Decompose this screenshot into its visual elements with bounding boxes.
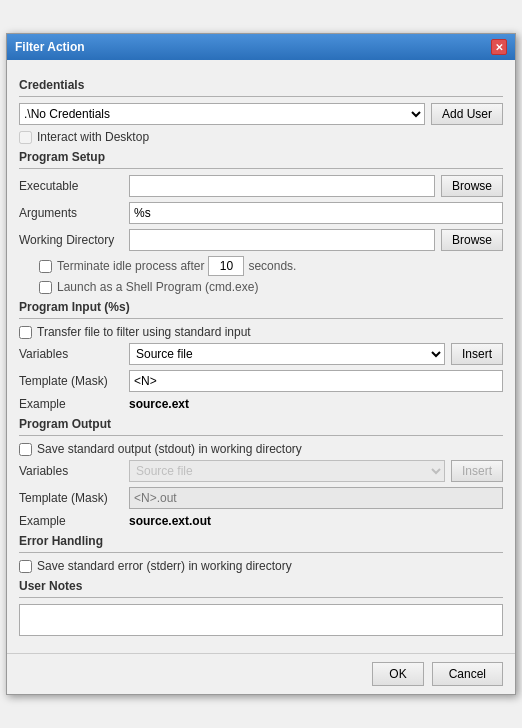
input-example-row: Example source.ext	[19, 397, 503, 411]
credentials-dropdown[interactable]: .\No Credentials	[19, 103, 425, 125]
program-output-divider	[19, 435, 503, 436]
output-example-row: Example source.ext.out	[19, 514, 503, 528]
program-input-section-label: Program Input (%s)	[19, 300, 503, 314]
interact-desktop-label: Interact with Desktop	[37, 130, 149, 144]
credentials-divider	[19, 96, 503, 97]
close-button[interactable]: ✕	[491, 39, 507, 55]
input-example-value: source.ext	[129, 397, 189, 411]
dialog-title: Filter Action	[15, 40, 85, 54]
terminate-row: Terminate idle process after seconds.	[39, 256, 503, 276]
output-example-label: Example	[19, 514, 129, 528]
credentials-row: .\No Credentials Add User	[19, 103, 503, 125]
output-variables-label: Variables	[19, 464, 129, 478]
input-insert-button[interactable]: Insert	[451, 343, 503, 365]
close-icon: ✕	[495, 42, 503, 53]
save-stdout-checkbox[interactable]	[19, 443, 32, 456]
output-template-input[interactable]	[129, 487, 503, 509]
output-insert-button[interactable]: Insert	[451, 460, 503, 482]
executable-label: Executable	[19, 179, 129, 193]
error-handling-divider	[19, 552, 503, 553]
program-input-divider	[19, 318, 503, 319]
input-example-label: Example	[19, 397, 129, 411]
browse-executable-button[interactable]: Browse	[441, 175, 503, 197]
user-notes-section-label: User Notes	[19, 579, 503, 593]
browse-working-dir-button[interactable]: Browse	[441, 229, 503, 251]
terminate-seconds-input[interactable]	[208, 256, 244, 276]
arguments-row: Arguments	[19, 202, 503, 224]
program-setup-section-label: Program Setup	[19, 150, 503, 164]
program-setup-divider	[19, 168, 503, 169]
transfer-file-row: Transfer file to filter using standard i…	[19, 325, 503, 339]
ok-button[interactable]: OK	[372, 662, 423, 686]
output-template-label: Template (Mask)	[19, 491, 129, 505]
transfer-file-checkbox[interactable]	[19, 326, 32, 339]
input-template-row: Template (Mask)	[19, 370, 503, 392]
input-template-label: Template (Mask)	[19, 374, 129, 388]
input-variables-row: Variables Source file Insert	[19, 343, 503, 365]
user-notes-divider	[19, 597, 503, 598]
working-directory-label: Working Directory	[19, 233, 129, 247]
input-variables-label: Variables	[19, 347, 129, 361]
terminate-seconds-suffix: seconds.	[248, 259, 296, 273]
save-stdout-label: Save standard output (stdout) in working…	[37, 442, 302, 456]
save-stderr-checkbox[interactable]	[19, 560, 32, 573]
arguments-label: Arguments	[19, 206, 129, 220]
terminate-label: Terminate idle process after	[57, 259, 204, 273]
launch-shell-label: Launch as a Shell Program (cmd.exe)	[57, 280, 258, 294]
error-handling-section-label: Error Handling	[19, 534, 503, 548]
working-directory-row: Working Directory Browse	[19, 229, 503, 251]
interact-desktop-checkbox[interactable]	[19, 131, 32, 144]
program-output-section-label: Program Output	[19, 417, 503, 431]
save-stderr-row: Save standard error (stderr) in working …	[19, 559, 503, 573]
terminate-checkbox[interactable]	[39, 260, 52, 273]
title-bar: Filter Action ✕	[7, 34, 515, 60]
save-stdout-row: Save standard output (stdout) in working…	[19, 442, 503, 456]
output-template-row: Template (Mask)	[19, 487, 503, 509]
add-user-button[interactable]: Add User	[431, 103, 503, 125]
output-variables-row: Variables Source file Insert	[19, 460, 503, 482]
working-directory-input[interactable]	[129, 229, 435, 251]
transfer-file-label: Transfer file to filter using standard i…	[37, 325, 251, 339]
filter-action-dialog: Filter Action ✕ Credentials .\No Credent…	[6, 33, 516, 695]
arguments-input[interactable]	[129, 202, 503, 224]
cancel-button[interactable]: Cancel	[432, 662, 503, 686]
input-variables-dropdown[interactable]: Source file	[129, 343, 445, 365]
input-template-input[interactable]	[129, 370, 503, 392]
save-stderr-label: Save standard error (stderr) in working …	[37, 559, 292, 573]
output-example-value: source.ext.out	[129, 514, 211, 528]
user-notes-input[interactable]	[19, 604, 503, 636]
credentials-section-label: Credentials	[19, 78, 503, 92]
launch-shell-checkbox[interactable]	[39, 281, 52, 294]
interact-desktop-row: Interact with Desktop	[19, 130, 503, 144]
dialog-body: Credentials .\No Credentials Add User In…	[7, 60, 515, 649]
output-variables-dropdown[interactable]: Source file	[129, 460, 445, 482]
executable-input[interactable]	[129, 175, 435, 197]
launch-shell-row: Launch as a Shell Program (cmd.exe)	[39, 280, 503, 294]
executable-row: Executable Browse	[19, 175, 503, 197]
bottom-bar: OK Cancel	[7, 653, 515, 694]
